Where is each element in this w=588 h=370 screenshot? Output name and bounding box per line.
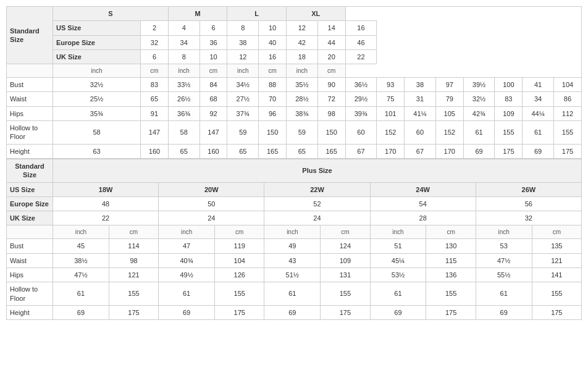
plus-eu-lbl: Europe Size (7, 196, 53, 211)
22w-hdr: 22W (264, 182, 370, 196)
mcm-3-3: 150 (317, 121, 345, 145)
pminch-3-2: 61 (264, 282, 321, 306)
minch-4-7: 69 (523, 144, 554, 158)
18w-hdr: 18W (53, 182, 159, 196)
pmcm-4-2: 175 (321, 305, 370, 319)
pmeas-lbl-3: Hollow to Floor (7, 282, 53, 306)
eu-lbl: Europe Size (53, 35, 141, 49)
cm2: cm (259, 64, 287, 78)
mcm-4-5: 170 (435, 144, 463, 158)
pmeas-lbl-2: Hips (7, 268, 53, 282)
plus-std-lbl: Standard Size (7, 159, 53, 182)
mcm-1-4: 75 (377, 92, 405, 106)
puk1: 24 (159, 211, 264, 225)
pmcm-1-0: 98 (109, 253, 158, 267)
pminch-1-3: 45¼ (370, 253, 426, 267)
uk6: 20 (317, 49, 345, 64)
cm1: cm (200, 64, 227, 78)
pminch-0-0: 45 (53, 239, 109, 253)
us2: 6 (200, 21, 227, 35)
mcm-2-0: 91 (141, 106, 169, 120)
uk3: 12 (227, 49, 259, 64)
minch-2-3: 38¾ (287, 106, 318, 120)
size-chart-container: StandardSizeSMLXLUS Size246810121416Euro… (0, 0, 588, 326)
pmeas-lbl-0: Bust (7, 239, 53, 253)
pinch2: inch (264, 225, 321, 239)
inch2: inch (227, 64, 259, 78)
mcm-1-3: 72 (317, 92, 345, 106)
mcm-4-3: 165 (317, 144, 345, 158)
uk5: 18 (287, 49, 318, 64)
empty-lbl (7, 64, 53, 78)
pcm1: cm (215, 225, 264, 239)
uk1: 8 (168, 49, 200, 64)
pmcm-2-4: 141 (532, 268, 581, 282)
std-top: StandardSizeSMLXL (7, 7, 582, 21)
mcm-2-4: 101 (377, 106, 405, 120)
pminch-0-3: 51 (370, 239, 426, 253)
pinch4: inch (476, 225, 532, 239)
meas-lbl-3: Hollow to Floor (7, 121, 53, 145)
pmcm-3-0: 155 (109, 282, 158, 306)
std-meas-0: Bust32½8333½8434½8835½9036½93389739½1004… (7, 78, 582, 92)
pminch-2-1: 49½ (159, 268, 215, 282)
peu0: 48 (53, 196, 159, 211)
pcm0: cm (109, 225, 158, 239)
mcm-3-5: 152 (435, 121, 463, 145)
minch-2-6: 42¾ (463, 106, 495, 120)
eu3: 38 (227, 35, 259, 49)
pminch-4-4: 69 (476, 305, 532, 319)
minch-1-4: 29½ (345, 92, 377, 106)
pminch-1-4: 47½ (476, 253, 532, 267)
minch-4-6: 69 (463, 144, 495, 158)
minch-4-5: 67 (405, 144, 436, 158)
minch-1-2: 27½ (227, 92, 259, 106)
plus-uk-lbl: UK Size (7, 211, 53, 225)
eu1: 34 (168, 35, 200, 49)
pmcm-3-4: 155 (532, 282, 581, 306)
pmcm-1-2: 109 (321, 253, 370, 267)
us6: 14 (317, 21, 345, 35)
pminch-0-1: 47 (159, 239, 215, 253)
peu3: 54 (370, 196, 476, 211)
pminch-3-4: 61 (476, 282, 532, 306)
minch-3-1: 58 (168, 121, 200, 145)
eu0: 32 (141, 35, 169, 49)
minch-4-4: 67 (345, 144, 377, 158)
mcm-3-6: 155 (495, 121, 523, 145)
mcm-4-0: 160 (141, 144, 169, 158)
mcm-3-0: 147 (141, 121, 169, 145)
inch1: inch (168, 64, 200, 78)
pmcm-1-4: 121 (532, 253, 581, 267)
pminch-4-0: 69 (53, 305, 109, 319)
us7: 16 (345, 21, 377, 35)
minch-2-0: 35¾ (53, 106, 141, 120)
mcm-3-4: 152 (377, 121, 405, 145)
mcm-3-7: 155 (553, 121, 581, 145)
minch-0-0: 32½ (53, 78, 141, 92)
eu7: 46 (345, 35, 377, 49)
plus-eu: Europe Size4850525456 (7, 196, 582, 211)
plus-size-table: Standard SizePlus SizeUS Size18W20W22W24… (6, 159, 582, 320)
inch3: inch (287, 64, 318, 78)
pminch-1-1: 40¾ (159, 253, 215, 267)
pmcm-4-4: 175 (532, 305, 581, 319)
mcm-2-6: 109 (495, 106, 523, 120)
pminch-3-1: 61 (159, 282, 215, 306)
plus-meas-4: Height6917569175691756917569175 (7, 305, 582, 319)
mcm-0-1: 84 (200, 78, 227, 92)
pminch-1-0: 38½ (53, 253, 109, 267)
pmcm-0-1: 119 (215, 239, 264, 253)
plus-us: US Size18W20W22W24W26W (7, 182, 582, 196)
minch-4-0: 63 (53, 144, 141, 158)
plus-meas-2: Hips47½12149½12651½13153½13655½141 (7, 268, 582, 282)
pminch-4-3: 69 (370, 305, 426, 319)
pmcm-4-1: 175 (215, 305, 264, 319)
plus-us-lbl: US Size (7, 182, 53, 196)
mcm-1-6: 83 (495, 92, 523, 106)
mcm-4-7: 175 (553, 144, 581, 158)
mcm-1-2: 70 (259, 92, 287, 106)
s-hdr: S (53, 7, 169, 21)
24w-hdr: 24W (370, 182, 476, 196)
mcm-2-3: 98 (317, 106, 345, 120)
